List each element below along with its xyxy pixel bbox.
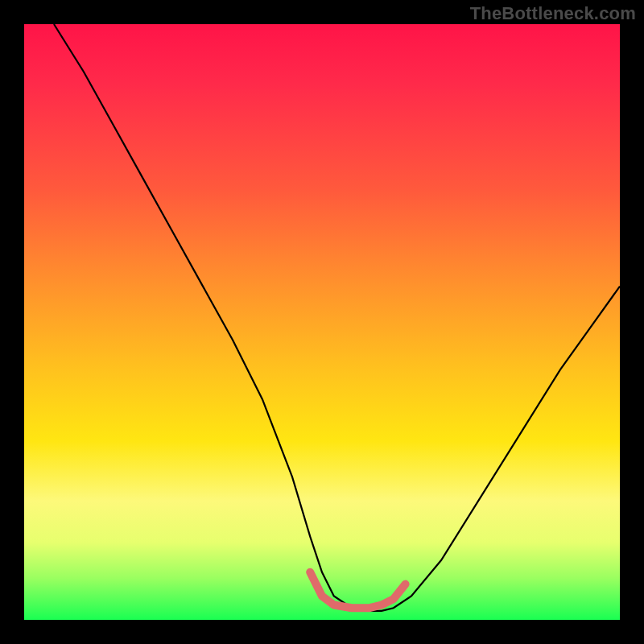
plot-area [24,24,620,620]
bottleneck-curve [54,24,620,611]
watermark-text: TheBottleneck.com [470,3,636,24]
chart-frame: TheBottleneck.com [0,0,644,644]
curve-layer [24,24,620,620]
